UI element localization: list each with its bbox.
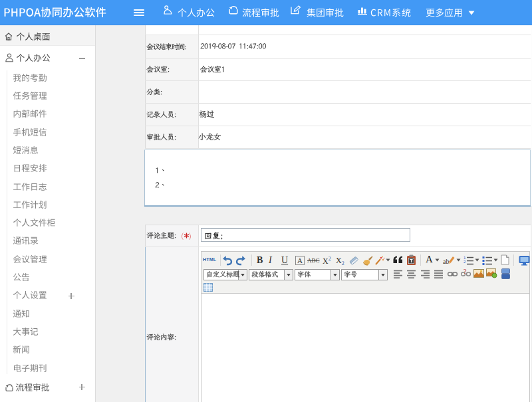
svg-text:2: 2 bbox=[464, 260, 466, 264]
svg-text:ab: ab bbox=[443, 258, 449, 265]
svg-text:?: ? bbox=[464, 268, 467, 275]
